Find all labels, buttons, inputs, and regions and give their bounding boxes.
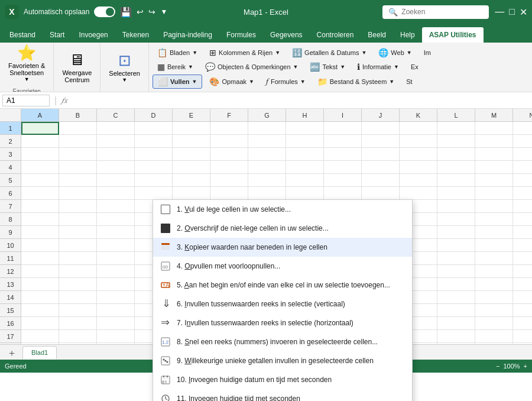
cell-K5[interactable]: [400, 174, 437, 187]
cell-C5[interactable]: [97, 174, 135, 187]
cell-F4[interactable]: [210, 161, 248, 174]
row-header-9[interactable]: 9: [0, 226, 21, 239]
zoom-controls[interactable]: − 100% +: [496, 363, 527, 370]
tab-tekenen[interactable]: Tekenen: [115, 27, 156, 43]
cell-G2[interactable]: [248, 135, 286, 148]
cell-N4[interactable]: [513, 161, 532, 174]
cell-D2[interactable]: [135, 135, 173, 148]
cell-F1[interactable]: [210, 122, 248, 135]
row-header-15[interactable]: 15: [0, 304, 21, 317]
cell-B2[interactable]: [59, 135, 97, 148]
cell-L9[interactable]: [437, 226, 475, 239]
row-header-13[interactable]: 13: [0, 278, 21, 291]
cell-D5[interactable]: [135, 174, 173, 187]
row-header-5[interactable]: 5: [0, 174, 21, 187]
cell-F6[interactable]: [210, 187, 248, 200]
cell-H3[interactable]: [286, 148, 324, 161]
menu-item-7[interactable]: ⇒ 7. Invullen tussenwaarden reeks in sel…: [153, 313, 412, 332]
customize-icon[interactable]: ▼: [160, 8, 167, 16]
cell-I3[interactable]: [324, 148, 362, 161]
menu-item-6[interactable]: ⇓ 6. Invullen tussenwaarden reeks in sel…: [153, 295, 412, 313]
cell-M13[interactable]: [475, 278, 513, 291]
cell-E6[interactable]: [173, 187, 210, 200]
cell-E2[interactable]: [173, 135, 210, 148]
cell-G4[interactable]: [248, 161, 286, 174]
col-header-J[interactable]: J: [362, 109, 400, 122]
formula-input[interactable]: [70, 95, 530, 106]
col-header-I[interactable]: I: [324, 109, 362, 122]
row-header-7[interactable]: 7: [0, 200, 21, 213]
cell-B12[interactable]: [59, 265, 97, 278]
tekst-button[interactable]: 🔤 Tekst ▼: [305, 60, 350, 73]
tab-bestand[interactable]: Bestand: [2, 27, 43, 43]
cell-F3[interactable]: [210, 148, 248, 161]
cell-B4[interactable]: [59, 161, 97, 174]
cell-B11[interactable]: [59, 252, 97, 265]
cell-M15[interactable]: [475, 304, 513, 317]
cell-I5[interactable]: [324, 174, 362, 187]
cell-B9[interactable]: [59, 226, 97, 239]
st-button[interactable]: St: [401, 75, 417, 89]
undo-icon[interactable]: ↩: [137, 7, 144, 17]
cell-J6[interactable]: [362, 187, 400, 200]
cell-M9[interactable]: [475, 226, 513, 239]
row-header-14[interactable]: 14: [0, 291, 21, 304]
cell-C11[interactable]: [97, 252, 135, 265]
col-header-L[interactable]: L: [437, 109, 475, 122]
cell-A1[interactable]: [21, 122, 59, 135]
bereik-button[interactable]: ▦ Bereik ▼: [153, 60, 198, 73]
tab-invoegen[interactable]: Invoegen: [72, 27, 115, 43]
col-header-C[interactable]: C: [97, 109, 135, 122]
ex-button[interactable]: Ex: [406, 60, 423, 73]
cell-A16[interactable]: [21, 317, 59, 330]
row-header-12[interactable]: 12: [0, 265, 21, 278]
row-header-1[interactable]: 1: [0, 122, 21, 135]
cell-N1[interactable]: [513, 122, 532, 135]
cell-N2[interactable]: [513, 135, 532, 148]
save-icon[interactable]: 💾: [120, 7, 132, 18]
cell-M17[interactable]: [475, 330, 513, 343]
cell-reference-input[interactable]: [2, 95, 50, 106]
cell-C14[interactable]: [97, 291, 135, 304]
row-header-10[interactable]: 10: [0, 239, 21, 252]
row-header-3[interactable]: 3: [0, 148, 21, 161]
cell-A2[interactable]: [21, 135, 59, 148]
cell-L4[interactable]: [437, 161, 475, 174]
cell-J2[interactable]: [362, 135, 400, 148]
search-bar[interactable]: 🔍: [382, 5, 489, 19]
cell-C15[interactable]: [97, 304, 135, 317]
cell-K1[interactable]: [400, 122, 437, 135]
col-header-M[interactable]: M: [475, 109, 513, 122]
cell-C4[interactable]: [97, 161, 135, 174]
menu-item-11[interactable]: 11. Invoegen huidige tijd met seconden: [153, 389, 412, 401]
cell-B7[interactable]: [59, 200, 97, 213]
row-header-11[interactable]: 11: [0, 252, 21, 265]
cell-A17[interactable]: [21, 330, 59, 343]
cell-D4[interactable]: [135, 161, 173, 174]
cell-H2[interactable]: [286, 135, 324, 148]
close-icon[interactable]: ✕: [520, 7, 527, 18]
tab-formules[interactable]: Formules: [219, 27, 263, 43]
cell-M14[interactable]: [475, 291, 513, 304]
cell-L7[interactable]: [437, 200, 475, 213]
redo-icon[interactable]: ↪: [148, 7, 155, 17]
cell-L1[interactable]: [437, 122, 475, 135]
cell-N17[interactable]: [513, 330, 532, 343]
zoom-in-icon[interactable]: +: [524, 363, 527, 370]
col-header-B[interactable]: B: [59, 109, 97, 122]
cell-N6[interactable]: [513, 187, 532, 200]
cell-C9[interactable]: [97, 226, 135, 239]
cell-L5[interactable]: [437, 174, 475, 187]
cell-G3[interactable]: [248, 148, 286, 161]
cell-N11[interactable]: [513, 252, 532, 265]
cell-E3[interactable]: [173, 148, 210, 161]
cell-C10[interactable]: [97, 239, 135, 252]
sheet-tab-blad1[interactable]: Blad1: [22, 346, 57, 360]
cell-L14[interactable]: [437, 291, 475, 304]
cell-A12[interactable]: [21, 265, 59, 278]
menu-item-10[interactable]: d t 10. Invoegen huidige datum en tijd m…: [153, 370, 412, 389]
cell-A6[interactable]: [21, 187, 59, 200]
cell-L3[interactable]: [437, 148, 475, 161]
row-header-2[interactable]: 2: [0, 135, 21, 148]
cell-N5[interactable]: [513, 174, 532, 187]
